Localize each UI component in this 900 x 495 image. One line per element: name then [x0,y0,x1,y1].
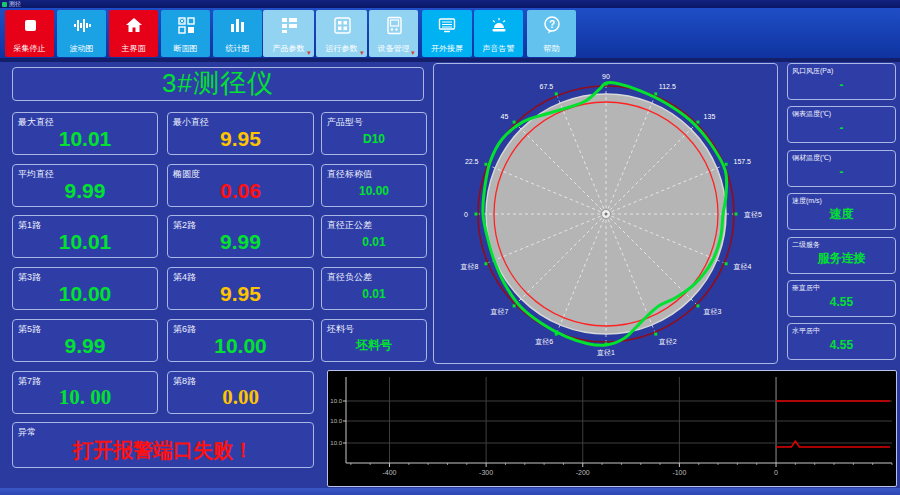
toolbar-button-run-params[interactable]: 运行参数▼ [316,10,367,57]
toolbar-label-help: 帮助 [544,44,560,53]
spoke-marker [725,163,728,166]
toolbar-label-statistics-chart: 统计图 [226,44,250,53]
metric-value-nominal-diameter: 10.00 [322,177,426,204]
device-icon [384,15,404,35]
metric-product-model: 产品型号D10 [321,112,427,155]
toolbar-label-external-screen: 开外接屏 [431,44,463,53]
metric-ovality: 椭圆度0.06 [167,164,314,207]
polar-angle-label: 直径3 [704,308,722,316]
abnormal-message: 打开报警端口失败！ [13,435,313,465]
status-panel-vertical-center: 垂直居中4.55 [787,280,896,317]
status-value-horizontal-center: 4.55 [788,332,895,357]
metric-value-tolerance-plus: 0.01 [322,228,426,255]
metric-value-channel-1: 10.01 [13,228,157,255]
status-panel-air-pressure: 风口风压(Pa)- [787,63,896,100]
toolbar-button-sound-alarm[interactable]: 声音告警 [474,10,523,57]
metric-channel-6: 第6路10.00 [167,319,314,362]
spoke-marker [513,304,516,307]
toolbar-button-statistics-chart[interactable]: 统计图 [213,10,262,57]
polar-angle-label: 直径7 [490,308,508,316]
y-tick-label: 10.0 [330,398,342,404]
spoke-marker [735,213,738,216]
metric-value-max-diameter: 10.01 [13,125,157,152]
status-panel-horizontal-center: 水平居中4.55 [787,323,896,360]
metric-value-channel-4: 9.95 [168,280,313,307]
spoke-marker [725,262,728,265]
window-footer [0,488,900,495]
sections-icon [176,15,196,35]
toolbar-label-run-params: 运行参数 [326,44,358,53]
polar-angle-label: 90 [602,73,610,80]
gauge-title: 3#测径仪 [13,68,423,98]
x-tick-label: -300 [479,469,493,476]
metric-value-avg-diameter: 9.99 [13,177,157,204]
metric-value-channel-7: 10. 00 [13,384,157,411]
trend-strip-chart: -400-300-200-100010.010.010.0 [328,371,896,486]
waveform-icon [72,15,92,35]
metric-value-ovality: 0.06 [168,177,313,204]
toolbar-label-device-management: 设备管理 [378,44,410,53]
y-tick-label: 10.0 [330,440,342,446]
metric-billet-no: 坯料号坯料号 [321,319,427,362]
metric-value-tolerance-minus: 0.01 [322,280,426,307]
toolbar-button-stop-acquisition[interactable]: 采集停止 [5,10,54,57]
metric-value-product-model: D10 [322,125,426,152]
metric-tolerance-plus: 直径正公差0.01 [321,215,427,258]
app-icon [2,2,7,7]
toolbar-label-sound-alarm: 声音告警 [483,44,515,53]
spoke-marker [484,163,487,166]
toolbar-button-section-chart[interactable]: 断面图 [161,10,210,57]
spoke-marker [654,92,657,95]
x-tick-label: 0 [774,469,778,476]
question-icon: ? [542,15,562,35]
grid-icon [332,15,352,35]
status-panel-speed: 速度(m/s)速度 [787,193,896,230]
spoke-marker [555,92,558,95]
toolbar-button-main-screen[interactable]: 主界面 [109,10,158,57]
metric-value-billet-no: 坯料号 [322,332,426,359]
polar-angle-label: 直径8 [461,263,479,271]
bars-icon [228,15,248,35]
spoke-marker [484,262,487,265]
alarm-icon [489,15,509,35]
toolbar-button-help[interactable]: ?帮助 [527,10,576,57]
metric-value-channel-5: 9.99 [13,332,157,359]
metric-channel-8: 第8路0.00 [167,371,314,414]
spoke-marker [555,333,558,336]
toolbar: 采集停止波动图主界面断面图统计图产品参数▼运行参数▼设备管理▼开外接屏声音告警?… [0,8,900,62]
spoke-marker [605,343,608,346]
spoke-marker [605,83,608,86]
status-value-material-temp: - [788,159,895,184]
status-panel-secondary-service: 二级服务服务连接 [787,237,896,274]
toolbar-button-external-screen[interactable]: 开外接屏 [422,10,472,57]
window-title: 测径 [9,1,21,7]
toolbar-button-device-management[interactable]: 设备管理▼ [369,10,418,57]
polar-center-dot [605,213,608,216]
metric-tolerance-minus: 直径负公差0.01 [321,267,427,310]
monitor-icon [437,15,457,35]
svg-text:?: ? [548,19,554,30]
metric-channel-5: 第5路9.99 [12,319,158,362]
spoke-marker [696,121,699,124]
polar-angle-label: 直径6 [535,338,553,346]
polar-angle-label: 直径1 [597,349,615,357]
status-value-speed: 速度 [788,202,895,227]
polar-angle-label: 45 [501,113,509,120]
home-icon [124,15,144,35]
metric-max-diameter: 最大直径10.01 [12,112,158,155]
metric-nominal-diameter: 直径标称值10.00 [321,164,427,207]
polar-angle-label: 157.5 [734,158,752,165]
status-value-vertical-center: 4.55 [788,289,895,314]
status-panel-material-temp: 铜材温度(℃)- [787,150,896,187]
metric-value-min-diameter: 9.95 [168,125,313,152]
trend-series-trace-lower [776,441,890,447]
toolbar-button-product-params[interactable]: 产品参数▼ [263,10,314,57]
metric-avg-diameter: 平均直径9.99 [12,164,158,207]
polar-angle-label: 0 [464,211,468,218]
polar-angle-label: 112.5 [659,83,676,90]
polar-angle-label: 直径5 [744,211,762,219]
metric-channel-4: 第4路9.95 [167,267,314,310]
toolbar-label-stop-acquisition: 采集停止 [14,44,46,53]
toolbar-button-fluctuation-chart[interactable]: 波动图 [57,10,106,57]
toolbar-label-main-screen: 主界面 [122,44,146,53]
